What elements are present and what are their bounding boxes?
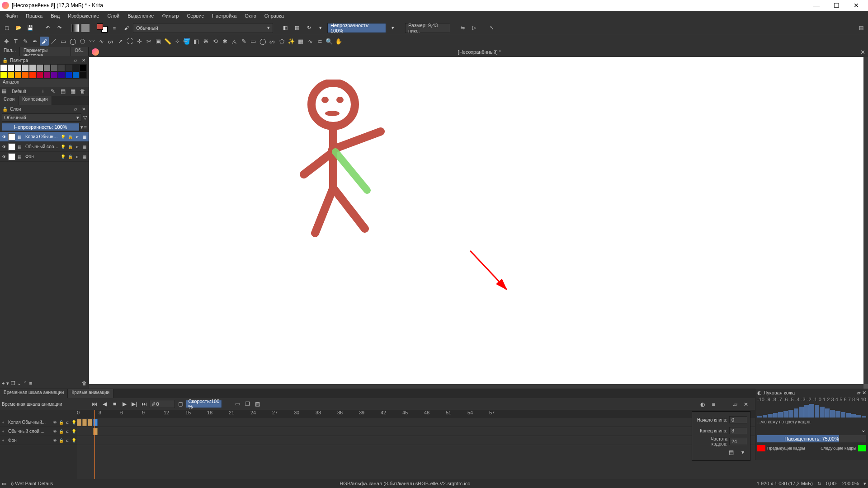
blend-mode-dropdown[interactable]: Обычный▾ (133, 23, 273, 33)
color-swatch[interactable] (65, 64, 72, 71)
color-swatch[interactable] (29, 71, 36, 79)
fg-bg-colors[interactable] (97, 23, 108, 33)
drop-frame-icon[interactable]: ▢ (176, 399, 185, 408)
minimize-button[interactable]: — (807, 0, 826, 11)
text-tool[interactable]: T (11, 37, 20, 46)
duplicate-frame-icon[interactable]: ❐ (243, 399, 252, 408)
select-magnetic-tool[interactable]: ⊂ (315, 37, 324, 46)
onion-tint-label[interactable]: ...ую кожу по цвету кадра (755, 418, 868, 426)
list-view-icon[interactable]: ▤ (59, 87, 67, 95)
lock-icon[interactable]: 🔒 (67, 155, 73, 159)
float-icon[interactable]: ▱ (857, 390, 860, 396)
preset-icon[interactable]: ▤ (726, 448, 736, 457)
color-swatch[interactable] (51, 71, 58, 79)
polyline-tool[interactable]: 〰 (87, 37, 96, 46)
clip-start-field[interactable]: 0 (729, 416, 747, 423)
visibility-icon[interactable]: 👁 (1, 135, 7, 139)
onion-opacity-bar[interactable] (809, 404, 814, 418)
keyframe[interactable] (88, 419, 92, 426)
select-freehand-tool[interactable]: ᔕ (268, 37, 277, 46)
color-swatch[interactable] (72, 64, 80, 71)
pan-tool[interactable]: ✋ (334, 37, 343, 46)
deform-tool[interactable]: ⟲ (211, 37, 220, 46)
scrollbar-h[interactable] (89, 384, 863, 389)
onion-opacity-bar[interactable] (757, 416, 762, 418)
next-color-swatch[interactable] (858, 445, 866, 451)
lock-icon[interactable]: 🔒 (58, 429, 64, 434)
select-similar-tool[interactable]: ▦ (296, 37, 305, 46)
onion-opacity-bar[interactable] (830, 410, 835, 418)
edit-swatch-icon[interactable]: ✎ (49, 87, 57, 95)
clip-end-field[interactable]: 3 (729, 427, 747, 434)
select-poly-tool[interactable]: ⬠ (277, 37, 286, 46)
add-swatch-icon[interactable]: + (39, 87, 47, 95)
scrollbar-v[interactable] (863, 57, 868, 384)
select-ellipse-tool[interactable]: ◯ (258, 37, 267, 46)
menu-tools[interactable]: Сервис (183, 12, 208, 19)
gradient-swatch[interactable] (71, 24, 80, 32)
calligraphy-tool[interactable]: ✒ (30, 37, 39, 46)
color-swatch[interactable] (22, 71, 29, 79)
pattern-swatch[interactable] (81, 24, 90, 32)
color-swatch[interactable] (7, 64, 14, 71)
polygon-tool[interactable]: ⬠ (78, 37, 87, 46)
transform-move-tool[interactable]: ✛ (135, 37, 144, 46)
color-swatch[interactable] (0, 64, 7, 71)
open-file-icon[interactable]: 📂 (14, 23, 24, 33)
color-swatch[interactable] (36, 71, 43, 79)
redo-icon[interactable]: ↷ (54, 23, 64, 33)
menu-filter[interactable]: Фильтр (158, 12, 182, 19)
mirror-h-icon[interactable]: ⇋ (458, 23, 467, 33)
layer-blend-dropdown[interactable]: Обычный▾ (2, 113, 81, 122)
tab-tool-options[interactable]: Параметры инструме... (20, 47, 71, 56)
last-frame-icon[interactable]: ⏭ (140, 399, 149, 408)
timeline-layer-row[interactable]: +Фон👁🔒α💡 (0, 436, 77, 445)
move-tool[interactable]: ✥ (2, 37, 11, 46)
tab-compositions[interactable]: Композиции (19, 96, 52, 105)
close-timeline-icon[interactable]: ✕ (741, 400, 750, 409)
close-icon[interactable]: ✕ (80, 106, 87, 112)
grid-view-icon[interactable]: ▦ (69, 87, 77, 95)
palette-name[interactable]: Amazon (0, 79, 89, 87)
color-swatch[interactable] (51, 64, 58, 71)
visibility-icon[interactable]: 👁 (1, 155, 7, 159)
opacity-slider[interactable]: Непрозрачность: 100% (327, 23, 386, 33)
play-icon[interactable]: ▶ (120, 399, 129, 408)
filter-icon[interactable]: ▽ (83, 115, 87, 121)
alpha-icon[interactable]: α (74, 145, 80, 149)
rect-tool[interactable]: ▭ (59, 37, 68, 46)
color-swatch[interactable] (72, 71, 80, 79)
color-swatch[interactable] (80, 71, 87, 79)
prev-color-swatch[interactable] (757, 445, 765, 451)
delete-frame-icon[interactable]: ▨ (253, 399, 262, 408)
first-frame-icon[interactable]: ⏮ (90, 399, 99, 408)
alpha-icon[interactable]: α (64, 429, 71, 434)
onion-opacity-bar[interactable] (815, 405, 820, 418)
line-tool[interactable]: ／ (49, 37, 58, 46)
inherit-alpha-icon[interactable]: ▦ (81, 155, 88, 159)
onion-opacity-bar[interactable] (763, 415, 768, 418)
canvas[interactable] (89, 57, 863, 384)
onion-icon[interactable]: 💡 (60, 145, 66, 149)
onion-icon[interactable]: 💡 (71, 420, 77, 425)
onion-icon[interactable]: 💡 (60, 135, 66, 139)
brush-size-field[interactable]: Размер: 9,43 пикс. (405, 23, 450, 33)
inherit-alpha-icon[interactable]: ▦ (81, 135, 88, 139)
color-swatch[interactable] (36, 64, 43, 71)
opacity-more-icon[interactable]: ▾ (388, 23, 398, 33)
lock-icon[interactable]: 🔒 (67, 135, 73, 139)
color-swatch[interactable] (43, 71, 51, 79)
fill-tool[interactable]: 🪣 (182, 37, 191, 46)
keyframe[interactable] (82, 419, 87, 426)
onion-opacity-bar[interactable] (804, 405, 809, 418)
lock-icon[interactable]: 🔒 (58, 438, 64, 443)
colorpicker-tool[interactable]: ✎ (239, 37, 248, 46)
layer-move-tool[interactable]: ▣ (154, 37, 163, 46)
onion-opacity-bar[interactable] (799, 407, 804, 418)
color-swatch[interactable] (7, 71, 14, 79)
color-swatch[interactable] (14, 64, 22, 71)
tab-anim-curves[interactable]: Кривые анимации (68, 389, 113, 398)
current-frame-field[interactable]: # 0 (150, 400, 175, 408)
undo-icon[interactable]: ↶ (42, 23, 52, 33)
measure-tool[interactable]: 📏 (163, 37, 172, 46)
